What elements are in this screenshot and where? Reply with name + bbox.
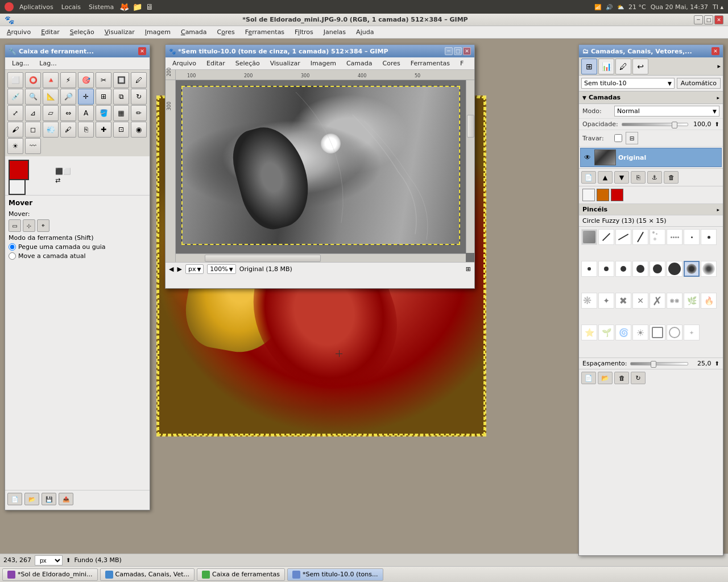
refresh-brushes-btn[interactable]: ↻ [631, 372, 646, 384]
brush-10[interactable] [598, 261, 614, 277]
tool-measure[interactable]: 📐 [43, 89, 59, 105]
tool-airbrush[interactable]: 💨 [43, 122, 59, 138]
new-image-btn[interactable]: 📄 [7, 493, 22, 505]
layers-close-button[interactable]: ✕ [712, 47, 719, 55]
tool-fuzzy-select[interactable]: ⚡ [60, 72, 76, 88]
duplicate-layer-btn[interactable]: ⎘ [631, 171, 646, 184]
folder-icon[interactable]: 📁 [133, 2, 142, 11]
brush-25[interactable]: 🌱 [598, 325, 614, 340]
swatch-red[interactable] [611, 189, 623, 201]
menu-janelas[interactable]: Janelas [319, 27, 350, 37]
mover-layer-btn[interactable]: ▭ [9, 219, 21, 232]
tool-paths[interactable]: 🖊 [131, 72, 147, 88]
brush-6[interactable] [667, 229, 682, 245]
new-layer-btn[interactable]: 📄 [581, 171, 596, 184]
tool-pencil[interactable]: ✏ [131, 105, 147, 121]
menu-visualizar[interactable]: Visualizar [100, 27, 139, 37]
iw-menu-editar[interactable]: Editar [202, 59, 230, 68]
iw-menu-imagem[interactable]: Imagem [306, 59, 341, 68]
brush-13[interactable] [650, 261, 665, 277]
tool-select-color[interactable]: 🎯 [78, 72, 94, 88]
background-color-swatch[interactable] [9, 178, 26, 195]
brush-5[interactable] [650, 229, 665, 245]
export-image-btn[interactable]: 📤 [59, 493, 73, 505]
radio-layer-guide[interactable] [9, 243, 16, 251]
save-image-btn[interactable]: 💾 [42, 493, 56, 505]
tool-flip[interactable]: ⇔ [60, 105, 76, 121]
spacing-stepper[interactable]: ⬆ [715, 360, 719, 367]
menu-camada[interactable]: Camada [176, 27, 212, 37]
iw-menu-ferramentas[interactable]: Ferramentas [406, 59, 454, 68]
tool-perspective-clone[interactable]: ⊡ [113, 122, 129, 138]
taskbar-item-0[interactable]: *Sol de Eldorado_mini... [2, 568, 98, 581]
opacity-stepper[interactable]: ⬆ [715, 121, 719, 127]
brush-8[interactable] [701, 229, 717, 245]
iw-close[interactable]: ✕ [463, 47, 471, 55]
toolbox-menu-lag2[interactable]: Lag... [35, 59, 61, 68]
iw-menu-camada[interactable]: Camada [342, 59, 377, 68]
brush-28[interactable] [650, 325, 665, 340]
prev-page-btn[interactable]: ◀ [169, 265, 173, 273]
tool-clone[interactable]: ⎘ [78, 122, 94, 138]
expand-btn[interactable]: ⊞ [466, 265, 471, 273]
iw-menu-visualizar[interactable]: Visualizar [266, 59, 305, 68]
brush-29[interactable] [667, 325, 682, 340]
auto-button[interactable]: Automático [677, 78, 721, 89]
default-colors-btn[interactable]: ⬛⬜ [55, 168, 71, 175]
tool-blur[interactable]: ◉ [131, 122, 147, 138]
scrollbar-horizontal[interactable] [176, 253, 466, 262]
section-expand-btn[interactable]: ▸ [717, 95, 719, 101]
brush-19[interactable]: ✕ [632, 293, 648, 309]
tool-scale[interactable]: ⤢ [7, 105, 23, 121]
canvas-viewport[interactable] [176, 80, 474, 262]
brush-2[interactable] [598, 229, 614, 245]
tab-layers[interactable]: ⊞ [581, 59, 597, 74]
close-button[interactable]: ✕ [714, 15, 723, 24]
delete-brush-btn[interactable]: 🗑 [614, 372, 629, 384]
brush-17[interactable]: ✦ [598, 293, 614, 309]
tool-rect-select[interactable]: ⬜ [7, 72, 23, 88]
next-page-btn[interactable]: ▶ [177, 265, 181, 273]
brush-15[interactable] [701, 261, 717, 277]
tool-perspective[interactable]: ▱ [43, 105, 59, 121]
tool-crop[interactable]: ⧉ [113, 89, 129, 105]
brush-3[interactable] [615, 229, 631, 245]
brush-18[interactable]: ✖ [615, 293, 631, 309]
tool-foreground[interactable]: 🔲 [113, 72, 129, 88]
spacing-thumb[interactable] [651, 361, 656, 368]
menu-arquivo[interactable]: Arquivo [2, 27, 35, 37]
brush-20[interactable]: ✗ [650, 293, 665, 309]
delete-layer-btn[interactable]: 🗑 [664, 171, 679, 184]
tool-magnify[interactable]: 🔎 [60, 89, 76, 105]
brush-24[interactable]: ⭐ [581, 325, 597, 340]
brush-14[interactable] [667, 261, 682, 277]
brush-1[interactable] [581, 229, 597, 245]
scrollbar-h-thumb[interactable] [205, 255, 321, 262]
terminal-icon[interactable]: 🖥 [146, 2, 154, 11]
tool-eraser[interactable]: ◻ [25, 122, 41, 138]
brush-16[interactable]: ❋ [581, 293, 597, 309]
brush-circle-fuzzy[interactable] [684, 261, 700, 277]
tool-heal[interactable]: ✚ [96, 122, 111, 138]
pinceis-expand-btn[interactable]: ▸ [717, 207, 719, 213]
tool-rotate[interactable]: ↻ [131, 89, 147, 105]
iw-maximize[interactable]: □ [454, 47, 462, 55]
tool-scissors[interactable]: ✂ [96, 72, 111, 88]
zoom-dropdown[interactable]: 100% ▼ [207, 264, 235, 274]
places-menu[interactable]: Locais [59, 2, 83, 12]
radio-current-layer[interactable] [9, 252, 16, 260]
maximize-button[interactable]: □ [704, 15, 713, 24]
menu-editar[interactable]: Editar [36, 27, 64, 37]
mover-selection-btn[interactable]: ⊹ [23, 219, 35, 232]
brush-11[interactable] [615, 261, 631, 277]
iw-menu-selecao[interactable]: Seleção [231, 59, 264, 68]
brush-12[interactable] [632, 261, 648, 277]
iw-menu-cores[interactable]: Cores [378, 59, 405, 68]
tab-undo[interactable]: ↩ [632, 59, 648, 74]
firefox-icon[interactable]: 🦊 [119, 2, 129, 11]
opacity-thumb[interactable] [672, 122, 677, 128]
tool-paintbrush[interactable]: 🖌 [7, 122, 23, 138]
tool-zoom[interactable]: 🔍 [25, 89, 41, 105]
brush-27[interactable]: ☀ [632, 325, 648, 340]
anchor-layer-btn[interactable]: ⚓ [647, 171, 662, 184]
